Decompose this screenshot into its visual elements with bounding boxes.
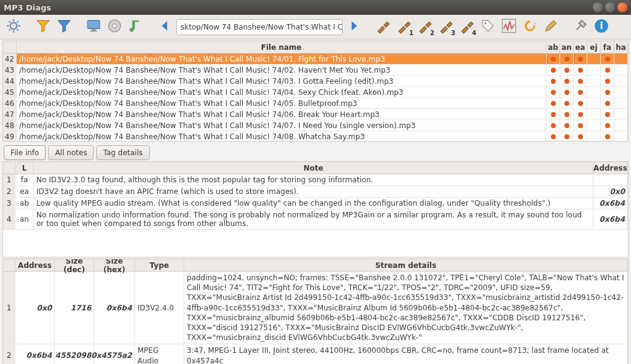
flag-cell	[560, 87, 574, 97]
note-code-cell: an	[15, 209, 34, 229]
header-streams-details[interactable]: Stream details	[184, 259, 628, 271]
header-flag-ha[interactable]: ha	[614, 41, 628, 53]
flag-cell	[560, 109, 574, 119]
flag-cell	[547, 76, 560, 86]
table-row[interactable]: 3abLow quality MPEG audio stream. (What …	[3, 198, 628, 209]
nav-forward-button[interactable]	[344, 17, 364, 37]
header-flag-ea[interactable]: ea	[574, 41, 587, 53]
transform-4-button[interactable]: 4	[457, 17, 477, 37]
tag-editor-button[interactable]	[126, 17, 145, 37]
window-maximize-button[interactable]	[605, 2, 615, 12]
table-row[interactable]: 43/home/jack/Desktop/Now 74 Banshee/Now …	[3, 65, 628, 76]
table-row[interactable]: 10x017160x6b4ID3V2.4.0padding=1024, unsy…	[3, 272, 628, 344]
header-notes-note[interactable]: Note	[34, 162, 593, 174]
flag-cell	[574, 109, 587, 119]
svg-line-7	[9, 29, 10, 30]
window-title: MP3 Diags	[4, 3, 51, 12]
table-row[interactable]: 45/home/jack/Desktop/Now 74 Banshee/Now …	[3, 87, 628, 98]
waveform-icon	[501, 18, 517, 36]
note-dot-icon	[564, 90, 569, 95]
normalize-button[interactable]	[499, 17, 519, 37]
music-note-icon	[128, 18, 144, 36]
sessions-button[interactable]	[84, 17, 104, 37]
window-close-button[interactable]	[617, 2, 627, 12]
header-flag-fa[interactable]: fa	[601, 41, 614, 53]
export-button[interactable]	[105, 17, 124, 37]
tab-all-notes[interactable]: All notes	[48, 145, 94, 160]
header-streams-sizehex[interactable]: Size (hex)	[94, 259, 135, 271]
transform-3-button[interactable]: 3	[436, 17, 456, 37]
svg-rect-10	[92, 29, 96, 30]
flag-cell	[614, 120, 628, 131]
titlebar: MP3 Diags	[0, 0, 631, 15]
filter-notes-button[interactable]	[33, 17, 53, 37]
note-dot-icon	[551, 90, 556, 95]
notes-table-header: L Note Address	[3, 162, 628, 174]
flag-cell	[587, 76, 601, 86]
header-streams-sizedec[interactable]: Size (dec)	[55, 259, 94, 271]
header-flag-ej[interactable]: ej	[587, 41, 601, 53]
flag-cell	[601, 65, 614, 75]
settings-button[interactable]	[4, 17, 23, 37]
note-address-cell: 0x6b4	[593, 198, 628, 209]
svg-line-6	[17, 29, 18, 30]
note-text-cell: ID3V2 tag doesn't have an APIC frame (wh…	[34, 186, 593, 197]
reload-button[interactable]	[520, 17, 540, 37]
tab-file-info[interactable]: File info	[4, 145, 46, 160]
transform-all-button[interactable]	[373, 17, 393, 37]
detail-tabs: File info All notes Tag details	[0, 143, 631, 160]
transform-2-button[interactable]: 2	[415, 17, 435, 37]
row-number: 3	[3, 198, 15, 209]
note-dot-icon	[551, 68, 556, 73]
flag-cell	[560, 120, 574, 131]
table-row[interactable]: 48/home/jack/Desktop/Now 74 Banshee/Now …	[3, 120, 628, 131]
nav-back-button[interactable]	[155, 17, 175, 37]
row-number: 43	[3, 65, 17, 75]
note-dot-icon	[578, 112, 583, 117]
header-notes-address[interactable]: Address	[593, 162, 628, 174]
arrow-left-icon	[157, 18, 173, 36]
flag-cell	[547, 109, 560, 119]
header-streams-type[interactable]: Type	[135, 259, 184, 271]
header-filename[interactable]: File name	[17, 41, 547, 53]
flag-cell	[574, 87, 587, 97]
transform-1-button[interactable]: 1	[394, 17, 414, 37]
header-flag-ab[interactable]: ab	[547, 41, 560, 53]
tab-tag-details[interactable]: Tag details	[96, 145, 149, 160]
table-row[interactable]: 44/home/jack/Desktop/Now 74 Banshee/Now …	[3, 76, 628, 87]
table-row[interactable]: 42/home/jack/Desktop/Now 74 Banshee/Now …	[3, 54, 628, 65]
note-dot-icon	[564, 57, 569, 62]
window-minimize-button[interactable]	[593, 2, 603, 12]
about-button[interactable]: i	[592, 17, 611, 37]
note-dot-icon	[551, 134, 556, 139]
rename-button[interactable]	[541, 17, 561, 37]
flag-cell	[587, 131, 601, 141]
flag-cell	[547, 87, 560, 97]
note-dot-icon	[605, 123, 610, 128]
table-row[interactable]: 49/home/jack/Desktop/Now 74 Banshee/Now …	[3, 131, 628, 141]
table-row[interactable]: 20x6b445520980x4575a2MPEG Audio3:47, MPE…	[3, 344, 628, 364]
header-streams-address[interactable]: Address	[15, 259, 55, 271]
header-flag-an[interactable]: an	[560, 41, 574, 53]
row-number: 46	[3, 98, 17, 108]
table-row[interactable]: 1faNo ID3V2.3.0 tag found, although this…	[3, 174, 628, 186]
note-dot-icon	[564, 68, 569, 73]
tag-label-button[interactable]	[478, 17, 498, 37]
note-dot-icon	[551, 101, 556, 106]
row-number: 1	[3, 174, 15, 185]
flag-cell	[614, 65, 628, 75]
row-number: 49	[3, 131, 17, 141]
config-button[interactable]	[571, 17, 590, 37]
filter-folders-button[interactable]	[54, 17, 74, 37]
table-row[interactable]: 47/home/jack/Desktop/Now 74 Banshee/Now …	[3, 109, 628, 120]
table-row[interactable]: 2eaID3V2 tag doesn't have an APIC frame …	[3, 186, 628, 198]
table-row[interactable]: 4anNo normalization undo information fou…	[3, 209, 628, 230]
pencil-icon	[543, 18, 559, 36]
svg-rect-9	[88, 20, 100, 28]
svg-point-0	[10, 23, 17, 30]
header-notes-l[interactable]: L	[15, 162, 34, 174]
info-icon: i	[593, 18, 609, 36]
table-row[interactable]: 46/home/jack/Desktop/Now 74 Banshee/Now …	[3, 98, 628, 109]
flag-cell	[547, 54, 560, 64]
path-input[interactable]: sktop/Now 74 Banshee/Now That's What I C…	[176, 19, 343, 35]
